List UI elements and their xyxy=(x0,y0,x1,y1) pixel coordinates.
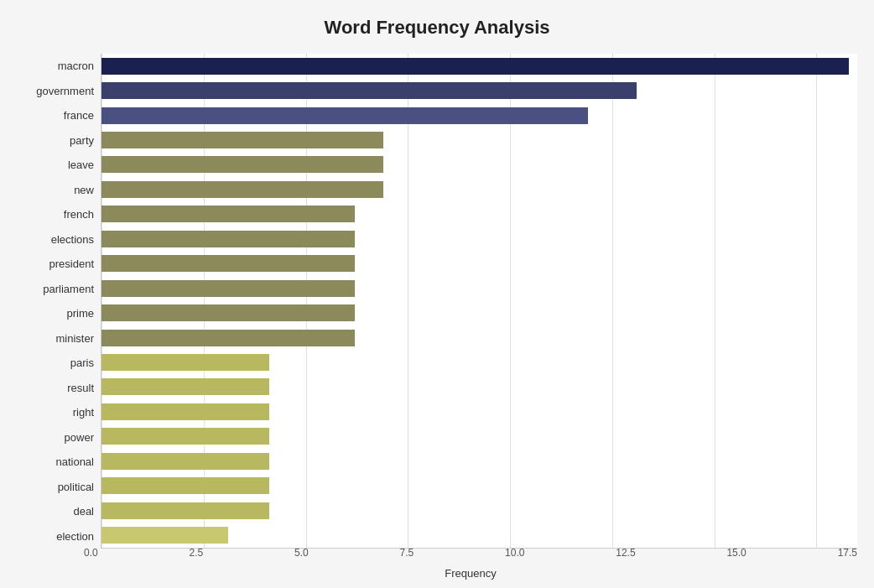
bar-government xyxy=(101,82,637,99)
bar-right xyxy=(101,403,269,420)
bar-election xyxy=(101,527,228,544)
y-label: right xyxy=(73,402,94,424)
bar-elections xyxy=(101,231,355,247)
y-label: president xyxy=(49,253,94,275)
y-label: deal xyxy=(73,501,94,523)
bar-row xyxy=(101,500,857,522)
x-tick: 10.0 xyxy=(505,547,524,559)
y-label: minister xyxy=(55,327,94,349)
bar-minister xyxy=(101,330,355,346)
y-label: new xyxy=(74,179,94,200)
bar-row xyxy=(101,154,857,175)
bar-power xyxy=(101,428,269,445)
y-label: election xyxy=(56,525,94,547)
bar-leave xyxy=(101,156,383,173)
bar-row xyxy=(101,278,857,299)
x-tick: 5.0 xyxy=(294,547,309,559)
grid-line xyxy=(204,54,205,548)
x-tick: 17.5 xyxy=(838,547,857,559)
bar-row xyxy=(101,252,857,274)
y-label: macron xyxy=(58,55,94,77)
bar-row xyxy=(101,376,857,398)
bar-party xyxy=(101,132,383,148)
y-label: paris xyxy=(70,352,94,374)
bar-president xyxy=(101,255,355,272)
bar-deal xyxy=(101,502,269,519)
bar-national xyxy=(101,453,269,470)
bar-row xyxy=(101,55,857,77)
bar-row xyxy=(101,228,857,250)
grid-line xyxy=(510,54,511,548)
chart-title: Word Frequency Analysis xyxy=(17,17,857,39)
y-label: party xyxy=(70,129,94,151)
y-label: political xyxy=(58,476,94,497)
grid-line xyxy=(715,54,715,548)
y-label: prime xyxy=(66,303,94,325)
chart-container: Word Frequency Analysis macrongovernment… xyxy=(0,0,874,588)
bar-result xyxy=(101,378,269,395)
bar-new xyxy=(101,181,383,198)
y-label: government xyxy=(36,80,94,101)
x-axis: 0.02.55.07.510.012.515.017.5 xyxy=(84,547,857,559)
bar-row xyxy=(101,105,857,127)
y-label: parliament xyxy=(43,278,94,299)
plot-area xyxy=(101,54,857,549)
bar-paris xyxy=(101,354,269,371)
grid-line xyxy=(101,54,102,548)
x-tick: 2.5 xyxy=(190,547,204,559)
bar-row xyxy=(101,302,857,324)
y-label: result xyxy=(67,377,94,398)
bar-row xyxy=(101,450,857,472)
bar-row xyxy=(101,129,857,151)
bar-row xyxy=(101,327,857,349)
x-tick: 0.0 xyxy=(84,547,98,559)
grid-line xyxy=(612,54,613,548)
grid-line xyxy=(816,54,817,548)
bar-prime xyxy=(101,304,355,321)
grid-lines xyxy=(101,54,857,548)
grid-line xyxy=(306,54,307,548)
grid-line xyxy=(408,54,408,548)
chart-area: macrongovernmentfrancepartyleavenewfrenc… xyxy=(17,54,857,549)
y-label: elections xyxy=(51,228,94,250)
y-label: france xyxy=(64,105,94,127)
bar-row xyxy=(101,425,857,447)
bar-french xyxy=(101,206,355,222)
bar-row xyxy=(101,203,857,225)
bar-row xyxy=(101,80,857,101)
y-label: leave xyxy=(68,154,94,176)
bar-row xyxy=(101,179,857,200)
bar-macron xyxy=(101,58,849,75)
bar-parliament xyxy=(101,280,355,297)
x-tick: 7.5 xyxy=(400,547,414,559)
bar-row xyxy=(101,524,857,546)
y-label: national xyxy=(55,451,94,473)
y-axis: macrongovernmentfrancepartyleavenewfrenc… xyxy=(17,54,101,549)
bar-row xyxy=(101,475,857,497)
x-axis-label: Frequency xyxy=(84,567,857,580)
bar-row xyxy=(101,351,857,373)
x-tick: 15.0 xyxy=(726,547,746,559)
bar-row xyxy=(101,401,857,423)
y-label: french xyxy=(64,204,94,226)
bar-france xyxy=(101,107,588,124)
y-label: power xyxy=(65,426,94,448)
x-tick: 12.5 xyxy=(616,547,635,559)
bar-political xyxy=(101,477,269,494)
